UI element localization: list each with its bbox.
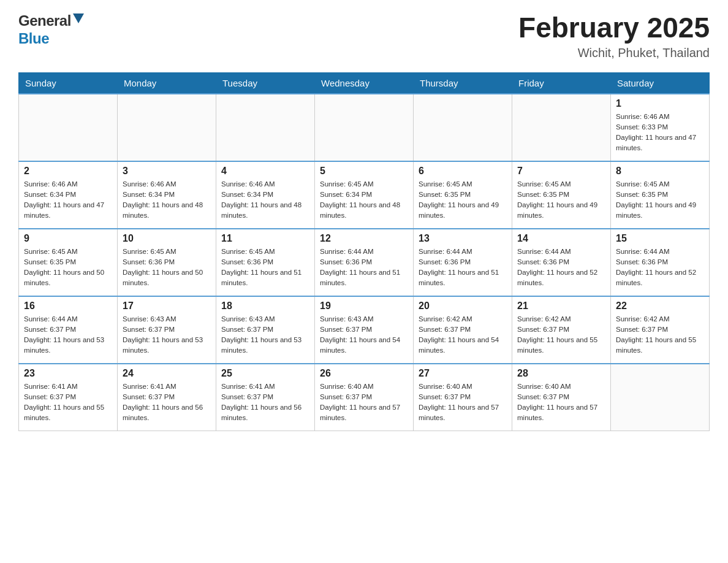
calendar-week-3: 9Sunrise: 6:45 AMSunset: 6:35 PMDaylight… bbox=[19, 229, 710, 296]
day-info: Sunrise: 6:44 AMSunset: 6:37 PMDaylight:… bbox=[24, 314, 112, 356]
weekday-header-wednesday: Wednesday bbox=[315, 72, 414, 94]
day-number: 6 bbox=[419, 166, 507, 177]
calendar-cell: 8Sunrise: 6:45 AMSunset: 6:35 PMDaylight… bbox=[611, 161, 710, 229]
day-info: Sunrise: 6:46 AMSunset: 6:34 PMDaylight:… bbox=[24, 179, 112, 221]
day-number: 5 bbox=[320, 166, 408, 177]
day-number: 3 bbox=[123, 166, 211, 177]
day-info: Sunrise: 6:41 AMSunset: 6:37 PMDaylight:… bbox=[123, 381, 211, 424]
day-number: 4 bbox=[221, 166, 309, 177]
calendar-cell bbox=[19, 94, 118, 161]
title-section: February 2025 Wichit, Phuket, Thailand bbox=[518, 12, 710, 60]
day-info: Sunrise: 6:42 AMSunset: 6:37 PMDaylight:… bbox=[419, 314, 507, 356]
calendar-cell bbox=[414, 94, 512, 161]
calendar-table: SundayMondayTuesdayWednesdayThursdayFrid… bbox=[18, 72, 710, 432]
weekday-header-monday: Monday bbox=[118, 72, 216, 94]
day-number: 21 bbox=[517, 301, 605, 312]
day-number: 7 bbox=[517, 166, 605, 177]
day-number: 11 bbox=[221, 233, 309, 244]
calendar-cell: 17Sunrise: 6:43 AMSunset: 6:37 PMDayligh… bbox=[118, 296, 216, 364]
logo-triangle-icon bbox=[73, 13, 84, 23]
calendar-cell: 7Sunrise: 6:45 AMSunset: 6:35 PMDaylight… bbox=[512, 161, 611, 229]
day-number: 26 bbox=[320, 368, 408, 379]
day-info: Sunrise: 6:44 AMSunset: 6:36 PMDaylight:… bbox=[616, 247, 704, 289]
day-number: 13 bbox=[419, 233, 507, 244]
month-title: February 2025 bbox=[518, 12, 710, 44]
day-number: 19 bbox=[320, 301, 408, 312]
calendar-cell: 24Sunrise: 6:41 AMSunset: 6:37 PMDayligh… bbox=[118, 364, 216, 431]
day-number: 15 bbox=[616, 233, 704, 244]
day-number: 10 bbox=[123, 233, 211, 244]
day-number: 18 bbox=[221, 301, 309, 312]
day-number: 24 bbox=[123, 368, 211, 379]
calendar-cell: 25Sunrise: 6:41 AMSunset: 6:37 PMDayligh… bbox=[216, 364, 315, 431]
day-number: 16 bbox=[24, 301, 112, 312]
calendar-cell bbox=[118, 94, 216, 161]
weekday-header-thursday: Thursday bbox=[414, 72, 512, 94]
calendar-cell bbox=[216, 94, 315, 161]
day-number: 22 bbox=[616, 301, 704, 312]
calendar-cell: 6Sunrise: 6:45 AMSunset: 6:35 PMDaylight… bbox=[414, 161, 512, 229]
calendar-week-5: 23Sunrise: 6:41 AMSunset: 6:37 PMDayligh… bbox=[19, 364, 710, 431]
day-info: Sunrise: 6:46 AMSunset: 6:33 PMDaylight:… bbox=[616, 112, 704, 154]
calendar-cell: 22Sunrise: 6:42 AMSunset: 6:37 PMDayligh… bbox=[611, 296, 710, 364]
calendar-header: SundayMondayTuesdayWednesdayThursdayFrid… bbox=[19, 72, 710, 94]
logo: General Blue bbox=[18, 12, 84, 48]
calendar-cell: 14Sunrise: 6:44 AMSunset: 6:36 PMDayligh… bbox=[512, 229, 611, 296]
day-info: Sunrise: 6:40 AMSunset: 6:37 PMDaylight:… bbox=[419, 381, 507, 424]
logo-general: General bbox=[18, 12, 71, 30]
day-number: 23 bbox=[24, 368, 112, 379]
day-info: Sunrise: 6:40 AMSunset: 6:37 PMDaylight:… bbox=[517, 381, 605, 424]
day-info: Sunrise: 6:44 AMSunset: 6:36 PMDaylight:… bbox=[517, 247, 605, 289]
day-number: 8 bbox=[616, 166, 704, 177]
day-info: Sunrise: 6:43 AMSunset: 6:37 PMDaylight:… bbox=[123, 314, 211, 356]
weekday-header-saturday: Saturday bbox=[611, 72, 710, 94]
calendar-cell: 12Sunrise: 6:44 AMSunset: 6:36 PMDayligh… bbox=[315, 229, 414, 296]
day-info: Sunrise: 6:41 AMSunset: 6:37 PMDaylight:… bbox=[221, 381, 309, 424]
calendar-cell: 13Sunrise: 6:44 AMSunset: 6:36 PMDayligh… bbox=[414, 229, 512, 296]
calendar-cell: 27Sunrise: 6:40 AMSunset: 6:37 PMDayligh… bbox=[414, 364, 512, 431]
calendar-body: 1Sunrise: 6:46 AMSunset: 6:33 PMDaylight… bbox=[19, 94, 710, 431]
day-number: 9 bbox=[24, 233, 112, 244]
calendar-cell: 26Sunrise: 6:40 AMSunset: 6:37 PMDayligh… bbox=[315, 364, 414, 431]
location: Wichit, Phuket, Thailand bbox=[518, 46, 710, 60]
calendar-cell bbox=[512, 94, 611, 161]
calendar-cell: 9Sunrise: 6:45 AMSunset: 6:35 PMDaylight… bbox=[19, 229, 118, 296]
day-number: 14 bbox=[517, 233, 605, 244]
day-info: Sunrise: 6:42 AMSunset: 6:37 PMDaylight:… bbox=[517, 314, 605, 356]
day-info: Sunrise: 6:45 AMSunset: 6:36 PMDaylight:… bbox=[123, 247, 211, 289]
calendar-cell: 4Sunrise: 6:46 AMSunset: 6:34 PMDaylight… bbox=[216, 161, 315, 229]
calendar-cell: 3Sunrise: 6:46 AMSunset: 6:34 PMDaylight… bbox=[118, 161, 216, 229]
calendar-cell: 18Sunrise: 6:43 AMSunset: 6:37 PMDayligh… bbox=[216, 296, 315, 364]
calendar-cell: 23Sunrise: 6:41 AMSunset: 6:37 PMDayligh… bbox=[19, 364, 118, 431]
day-info: Sunrise: 6:45 AMSunset: 6:35 PMDaylight:… bbox=[24, 247, 112, 289]
weekday-header-friday: Friday bbox=[512, 72, 611, 94]
day-info: Sunrise: 6:44 AMSunset: 6:36 PMDaylight:… bbox=[320, 247, 408, 289]
day-number: 27 bbox=[419, 368, 507, 379]
day-info: Sunrise: 6:45 AMSunset: 6:34 PMDaylight:… bbox=[320, 179, 408, 221]
day-info: Sunrise: 6:45 AMSunset: 6:35 PMDaylight:… bbox=[419, 179, 507, 221]
day-info: Sunrise: 6:45 AMSunset: 6:36 PMDaylight:… bbox=[221, 247, 309, 289]
day-info: Sunrise: 6:42 AMSunset: 6:37 PMDaylight:… bbox=[616, 314, 704, 356]
calendar-week-2: 2Sunrise: 6:46 AMSunset: 6:34 PMDaylight… bbox=[19, 161, 710, 229]
day-number: 28 bbox=[517, 368, 605, 379]
day-number: 25 bbox=[221, 368, 309, 379]
calendar-cell: 15Sunrise: 6:44 AMSunset: 6:36 PMDayligh… bbox=[611, 229, 710, 296]
logo-blue: Blue bbox=[18, 30, 49, 47]
day-info: Sunrise: 6:46 AMSunset: 6:34 PMDaylight:… bbox=[123, 179, 211, 221]
day-info: Sunrise: 6:41 AMSunset: 6:37 PMDaylight:… bbox=[24, 381, 112, 424]
calendar-cell: 19Sunrise: 6:43 AMSunset: 6:37 PMDayligh… bbox=[315, 296, 414, 364]
day-info: Sunrise: 6:43 AMSunset: 6:37 PMDaylight:… bbox=[221, 314, 309, 356]
calendar-cell: 1Sunrise: 6:46 AMSunset: 6:33 PMDaylight… bbox=[611, 94, 710, 161]
calendar-cell: 16Sunrise: 6:44 AMSunset: 6:37 PMDayligh… bbox=[19, 296, 118, 364]
day-info: Sunrise: 6:45 AMSunset: 6:35 PMDaylight:… bbox=[616, 179, 704, 221]
calendar-cell: 28Sunrise: 6:40 AMSunset: 6:37 PMDayligh… bbox=[512, 364, 611, 431]
day-number: 1 bbox=[616, 98, 704, 109]
calendar-cell: 21Sunrise: 6:42 AMSunset: 6:37 PMDayligh… bbox=[512, 296, 611, 364]
day-number: 2 bbox=[24, 166, 112, 177]
day-info: Sunrise: 6:45 AMSunset: 6:35 PMDaylight:… bbox=[517, 179, 605, 221]
weekday-header-sunday: Sunday bbox=[19, 72, 118, 94]
day-number: 12 bbox=[320, 233, 408, 244]
calendar-cell: 20Sunrise: 6:42 AMSunset: 6:37 PMDayligh… bbox=[414, 296, 512, 364]
calendar-cell: 11Sunrise: 6:45 AMSunset: 6:36 PMDayligh… bbox=[216, 229, 315, 296]
calendar-week-1: 1Sunrise: 6:46 AMSunset: 6:33 PMDaylight… bbox=[19, 94, 710, 161]
